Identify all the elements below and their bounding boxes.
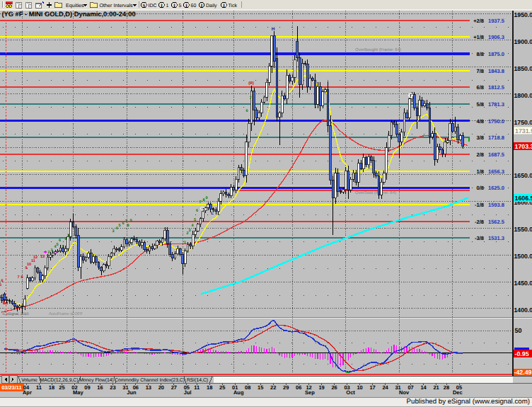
svg-text:7: 7 [62, 245, 64, 249]
svg-text:2: 2 [47, 251, 50, 255]
svg-text:IDC: IDC [149, 4, 157, 8]
svg-text:Jul: Jul [184, 389, 192, 396]
svg-text:0/8: 0/8 [477, 185, 484, 191]
svg-text:12: 12 [33, 256, 37, 260]
svg-text:7: 7 [199, 200, 201, 205]
svg-text:13: 13 [146, 384, 151, 391]
svg-text:21: 21 [433, 384, 439, 391]
svg-text:1950.0: 1950.0 [514, 11, 532, 18]
svg-text:1606.5: 1606.5 [515, 195, 532, 202]
svg-text:7: 7 [249, 96, 251, 101]
svg-text:6: 6 [59, 239, 61, 243]
svg-text:1500.0: 1500.0 [514, 253, 532, 260]
svg-text:1625.0: 1625.0 [488, 185, 504, 191]
svg-text:-42.49: -42.49 [514, 369, 532, 376]
svg-text:6: 6 [122, 222, 124, 226]
svg-text:11: 11 [194, 384, 200, 391]
svg-text:8/8: 8/8 [477, 51, 484, 57]
svg-text:+2/8: +2/8 [473, 18, 484, 24]
svg-text:1731.9: 1731.9 [515, 127, 532, 134]
svg-text:Tick: Tick [229, 3, 238, 8]
svg-text:1850.0: 1850.0 [514, 65, 532, 72]
svg-text:28: 28 [444, 384, 449, 391]
svg-text:Daily: Daily [206, 3, 217, 8]
svg-text:L: L [211, 211, 214, 216]
svg-text:6: 6 [196, 209, 198, 213]
svg-text:S: S [143, 4, 146, 8]
svg-text:1450.0: 1450.0 [514, 280, 532, 287]
svg-text:1900.0: 1900.0 [514, 38, 532, 45]
svg-text:MACD(12,26,9,C): MACD(12,26,9,C) [40, 378, 78, 383]
svg-text:-1/8: -1/8 [475, 202, 484, 208]
svg-text:1/8: 1/8 [477, 168, 484, 175]
svg-text:7: 7 [17, 275, 19, 280]
svg-text:5: 5 [179, 4, 182, 8]
svg-text:RSI(14,C): RSI(14,C) [187, 378, 208, 383]
svg-text:5: 5 [118, 224, 120, 228]
svg-text:13: 13 [40, 255, 45, 259]
svg-text:1400.0: 1400.0 [514, 306, 532, 314]
svg-text:9: 9 [129, 219, 132, 223]
svg-text:Dec: Dec [453, 389, 463, 396]
svg-text:OverSold (Frame: 64): OverSold (Frame: 64) [355, 190, 396, 195]
svg-text:5/8: 5/8 [477, 101, 484, 108]
svg-text:-2/8: -2/8 [475, 219, 484, 225]
svg-text:15: 15 [258, 384, 263, 391]
svg-text:5: 5 [0, 283, 1, 287]
svg-text:1750.0: 1750.0 [514, 119, 532, 126]
svg-text:1781.3: 1781.3 [488, 101, 504, 108]
svg-text:1875.0: 1875.0 [488, 51, 504, 57]
svg-text:Volume: Volume [21, 378, 37, 383]
svg-text:Jun: Jun [127, 389, 137, 396]
svg-text:24: 24 [382, 384, 388, 391]
svg-text:Commodity Channel Index(23,C): Commodity Channel Index(23,C) [115, 378, 185, 383]
svg-text:Aug: Aug [233, 389, 244, 396]
svg-text:23: 23 [110, 384, 115, 391]
svg-text:1550.0: 1550.0 [514, 226, 532, 233]
svg-text:50: 50 [515, 327, 522, 334]
svg-text:+1/8: +1/8 [473, 34, 484, 40]
svg-text:11: 11 [36, 384, 42, 391]
svg-text:OverBought (Frame: 64): OverBought (Frame: 64) [355, 47, 401, 52]
svg-text:3: 3 [188, 229, 190, 233]
svg-text:1800.0: 1800.0 [514, 92, 532, 99]
svg-text:3: 3 [112, 229, 114, 234]
svg-text:16: 16 [97, 384, 103, 391]
svg-text:6: 6 [245, 109, 248, 113]
svg-text:29: 29 [283, 384, 289, 391]
svg-text:5: 5 [56, 243, 58, 247]
svg-text:9: 9 [67, 234, 69, 238]
svg-text:25: 25 [219, 384, 225, 391]
svg-text:Published by eSignal (www.esig: Published by eSignal (www.esignal.com) [407, 398, 530, 406]
svg-text:(R): (R) [248, 81, 254, 86]
svg-text:19: 19 [318, 384, 324, 391]
svg-text:20: 20 [158, 384, 164, 391]
svg-text:1: 1 [166, 4, 169, 8]
svg-text:1937.5: 1937.5 [488, 18, 504, 24]
svg-text:6: 6 [1, 279, 3, 283]
svg-text:1656.3: 1656.3 [488, 168, 504, 175]
svg-text:18: 18 [207, 384, 212, 391]
svg-text:1593.8: 1593.8 [488, 202, 504, 208]
svg-text:1906.3: 1906.3 [488, 34, 504, 40]
svg-text:-3/8: -3/8 [475, 235, 484, 241]
svg-text:27: 27 [171, 384, 177, 391]
svg-text:AutoFrame is OFF: AutoFrame is OFF [49, 311, 83, 316]
svg-text:1562.5: 1562.5 [488, 219, 504, 225]
svg-text:8: 8 [64, 237, 66, 241]
svg-text:1703.3: 1703.3 [515, 143, 532, 150]
svg-text:Other Intervals: Other Intervals [100, 2, 134, 8]
svg-text:8: 8 [21, 275, 23, 280]
svg-text:7/8: 7/8 [477, 68, 484, 74]
svg-text:06: 06 [296, 384, 301, 391]
svg-text:1718.8: 1718.8 [488, 134, 504, 141]
svg-text:60: 60 [191, 4, 197, 8]
svg-text:26: 26 [331, 384, 337, 391]
svg-text:Sep: Sep [305, 389, 315, 396]
svg-text:14: 14 [420, 384, 427, 391]
svg-text:1750.0: 1750.0 [488, 118, 504, 125]
svg-text:5: 5 [194, 218, 196, 222]
svg-text:03/23/11: 03/23/11 [1, 384, 21, 391]
svg-text:1: 1 [184, 241, 186, 245]
svg-text:6/8: 6/8 [477, 84, 484, 91]
